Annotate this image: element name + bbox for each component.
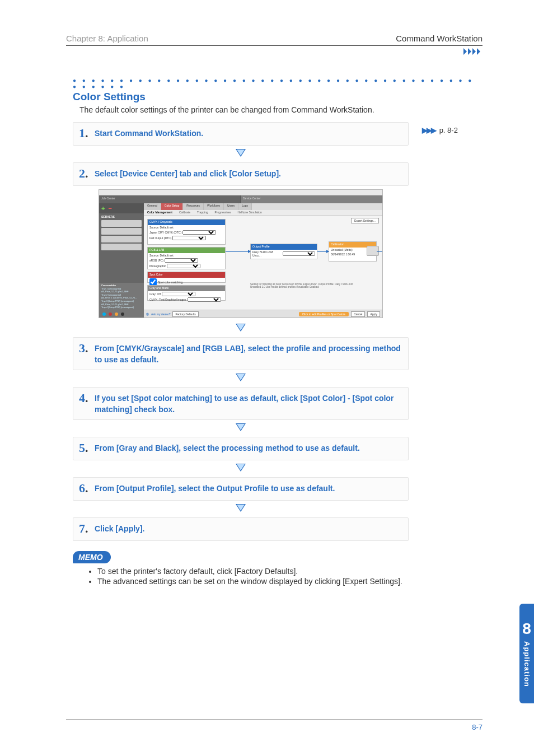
page-header: Chapter 8: Application Command WorkStati… [66, 34, 483, 44]
ss-server-item[interactable] [101, 220, 142, 227]
ss-consumables-panel: Consumables Tray 1 (unassigned) A3, Plai… [99, 283, 144, 318]
svg-marker-11 [237, 424, 245, 430]
ss-add-server-icon[interactable]: + [101, 205, 105, 212]
chapter-side-tab: 8 Application [519, 604, 534, 703]
step-6: 6. From [Output Profile], select the Out… [73, 477, 409, 501]
ss-subtab-color-setup[interactable]: Color Setup [161, 203, 183, 210]
ss-subtab[interactable]: General [144, 203, 161, 210]
svg-marker-15 [237, 505, 245, 511]
svg-marker-7 [237, 324, 245, 330]
flow-arrow-icon [73, 324, 409, 334]
footer-rule [66, 720, 483, 720]
section-dotted-rule: ● ● ● ● ● ● ● ● ● ● ● ● ● ● ● ● ● ● ● ● … [73, 77, 476, 90]
ss-tab-job-center[interactable]: Job Center [99, 195, 241, 203]
step-2: 2. Select [Device Center] tab and click … [73, 162, 409, 186]
flow-arrow-icon [73, 423, 409, 433]
screenshot-wrap: Job Center Device Center +− SERVERS Cons… [73, 189, 409, 318]
svg-marker-3 [477, 48, 480, 55]
step-1-page-ref: ▶▶▶ p. 8-2 [422, 126, 458, 134]
step-text: From [Output Profile], select the Output… [95, 481, 335, 494]
section-intro: The default color settings of the printe… [79, 105, 476, 114]
step-text: Start Command WorkStation. [95, 126, 203, 139]
ss-description-text: Setting for handling all color conversio… [250, 283, 357, 289]
flow-arrow-icon [73, 374, 409, 384]
svg-marker-2 [472, 48, 476, 55]
step-number: 2. [79, 166, 95, 181]
memo-item: To set the printer's factory default, cl… [97, 567, 476, 576]
step-text: Click [Apply]. [95, 521, 144, 535]
ss-hint: Click to edit Profiles or Spot Colors [299, 312, 349, 316]
ss-select[interactable] [167, 264, 200, 268]
ss-printer-icon [367, 246, 379, 256]
svg-marker-5 [237, 150, 245, 156]
ss-server-item[interactable] [101, 236, 142, 242]
ss-servers-label: SERVERS [99, 213, 144, 219]
step-text: Select [Device Center] tab and click [Co… [95, 166, 281, 180]
ss-panel-output-profile: Output Profile Fiery 7140C-KM Unco... [250, 244, 317, 259]
step-3: 3. From [CMYK/Grayscale] and [RGB LAB], … [73, 337, 409, 370]
ss-select[interactable] [182, 230, 216, 235]
step-number: 4. [79, 391, 95, 405]
step-5: 5. From [Gray and Black], select the pro… [73, 437, 409, 460]
flow-arrow-icon [73, 149, 409, 159]
header-rule [66, 45, 483, 46]
step-4: 4. If you set [Spot color matching] to u… [73, 387, 409, 420]
step-number: 6. [79, 481, 95, 496]
ss-subtab[interactable]: Resources [183, 203, 204, 210]
ss-rowtab[interactable]: Trapping [194, 210, 212, 215]
page-number: 8-7 [472, 723, 483, 731]
step-number: 3. [79, 341, 95, 356]
step-1: 1. Start Command WorkStation. [73, 122, 409, 146]
ss-select[interactable] [162, 292, 195, 296]
ss-server-item[interactable] [101, 244, 142, 250]
ss-subtab[interactable]: Workflows [204, 203, 224, 210]
header-right: Command WorkStation [396, 34, 483, 43]
ss-panel-cmyk: CMYK / Grayscale Source: Default set Jap… [147, 219, 226, 245]
ss-rowtab[interactable]: Halftone Simulation [235, 210, 265, 215]
ss-subtab[interactable]: Users [224, 203, 238, 210]
flow-arrow-icon [73, 464, 409, 474]
header-chevrons-icon [66, 47, 483, 57]
ss-remove-server-icon[interactable]: − [108, 205, 111, 212]
ss-panel-spot: Spot Color Spot color matching [147, 272, 226, 283]
ss-rowtab[interactable]: Color Management [144, 210, 176, 215]
ss-server-item[interactable] [101, 228, 142, 235]
step-number: 7. [79, 521, 95, 536]
ss-factory-defaults-button[interactable]: Factory Defaults [172, 311, 198, 317]
memo-section: MEMO To set the printer's factory defaul… [73, 551, 476, 586]
ss-apply-button[interactable]: Apply [367, 311, 380, 317]
ss-ask-dealer-link[interactable]: Ask my dealer? [151, 312, 170, 316]
memo-item: The advanced settings can be set on the … [97, 577, 476, 586]
step-number: 5. [79, 441, 95, 455]
svg-marker-1 [468, 48, 471, 55]
ss-panel-rgb: RGB & LAB Source: Default set sRGB (PC) … [147, 247, 226, 269]
ss-cancel-button[interactable]: Cancel [351, 311, 366, 317]
header-left: Chapter 8: Application [66, 34, 148, 43]
ss-select[interactable] [165, 258, 198, 263]
ss-rowtab[interactable]: Progressives [212, 210, 235, 215]
svg-marker-13 [237, 464, 245, 470]
svg-marker-0 [463, 48, 467, 55]
step-text: From [CMYK/Grayscale] and [RGB LAB], sel… [95, 341, 402, 365]
chapter-label: Application [523, 641, 531, 687]
command-workstation-screenshot: Job Center Device Center +− SERVERS Cons… [99, 189, 383, 318]
ss-panel-gray: Gray and Black Gray: Off CMYK: Text/Grap… [147, 285, 226, 301]
step-number: 1. [79, 126, 95, 141]
step-text: From [Gray and Black], select the proces… [95, 441, 360, 454]
ss-tab-device-center[interactable]: Device Center [241, 195, 382, 203]
chapter-number: 8 [522, 620, 531, 638]
svg-marker-9 [237, 374, 245, 380]
ss-select[interactable] [283, 251, 315, 256]
flow-arrow-icon [73, 504, 409, 514]
memo-badge: MEMO [73, 551, 111, 563]
ss-rowtab[interactable]: Calibrate [176, 210, 194, 215]
ss-select[interactable] [188, 297, 221, 302]
step-7: 7. Click [Apply]. [73, 517, 409, 541]
section-title: Color Settings [73, 91, 476, 103]
ss-subtab[interactable]: Logs [238, 203, 252, 210]
step-text: If you set [Spot color matching] to use … [95, 391, 402, 415]
ss-select[interactable] [172, 236, 206, 240]
